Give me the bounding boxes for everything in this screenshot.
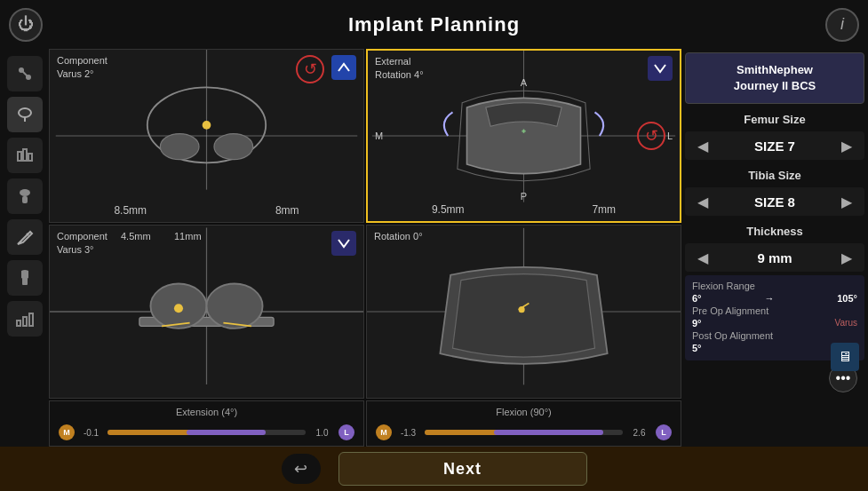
info-icon: i — [840, 15, 844, 34]
svg-rect-14 — [29, 313, 33, 326]
pre-op-values: 9° Varus — [692, 318, 857, 329]
svg-point-30 — [174, 304, 183, 313]
svg-rect-11 — [22, 278, 28, 285]
svg-point-18 — [160, 134, 199, 160]
flexion-range-arrow: → — [764, 293, 774, 304]
svg-point-3 — [19, 108, 31, 117]
pre-op-label: Pre Op Alignment — [692, 305, 768, 316]
label-M: M — [375, 131, 383, 141]
extension-left-value: -0.1 — [80, 428, 102, 438]
femur-size-header: Femur Size — [685, 107, 864, 128]
sidebar-icon-implant[interactable] — [7, 97, 43, 132]
main-grid: Component Varus 2° ↺ 8.5mm 8mm — [49, 49, 681, 447]
implant-name-button[interactable]: SmithNephew Journey II BCS — [685, 52, 864, 104]
top-right-label: External Rotation 4° — [375, 55, 424, 83]
screenshot-button[interactable]: 🖥 — [831, 343, 859, 371]
bottom-left-label: Component Varus 3° — [57, 230, 108, 257]
svg-rect-5 — [18, 152, 21, 161]
flexion-m-badge: M — [376, 424, 392, 440]
right-panel: SmithNephew Journey II BCS Femur Size ◀ … — [681, 49, 868, 447]
label-L: L — [667, 131, 673, 141]
svg-line-2 — [21, 70, 28, 77]
extension-label: Extension (4°) — [59, 407, 354, 417]
tibia-size-header: Tibia Size — [685, 163, 864, 184]
next-button[interactable]: Next — [338, 452, 587, 486]
flexion-label: Flexion (90°) — [376, 407, 672, 417]
back-button[interactable]: ↩ — [282, 454, 321, 484]
bottom-right-panel: Rotation 0° — [366, 225, 681, 399]
thickness-decrease-button[interactable]: ◀ — [692, 247, 713, 268]
bottom-left-meas-mid: 11mm — [174, 231, 202, 242]
top-left-panel: Component Varus 2° ↺ 8.5mm 8mm — [49, 49, 364, 223]
top-right-nav-icon[interactable] — [648, 56, 673, 81]
sidebar-icon-edit[interactable] — [7, 219, 43, 255]
sidebar-icon-bone[interactable] — [7, 56, 43, 91]
extension-track[interactable] — [108, 430, 306, 435]
femur-size-row: ◀ SIZE 7 ▶ — [685, 131, 864, 160]
header: ⏻ Implant Planning i — [0, 0, 868, 49]
label-A: A — [521, 77, 527, 88]
bottom-right-knee-image — [367, 226, 681, 398]
femur-size-decrease-button[interactable]: ◀ — [692, 135, 713, 156]
tibia-size-increase-button[interactable]: ▶ — [836, 191, 857, 212]
top-right-measurements: 9.5mm 7mm — [368, 203, 680, 216]
bottom-right-label: Rotation 0° — [374, 230, 423, 243]
thickness-header: Thickness — [685, 219, 864, 240]
flexion-l-badge: L — [656, 424, 672, 440]
svg-rect-7 — [28, 154, 32, 161]
svg-rect-13 — [23, 317, 27, 326]
thickness-value: 9 mm — [757, 250, 792, 265]
thickness-row: ◀ 9 mm ▶ — [685, 243, 864, 272]
extension-track-area: M -0.1 1.0 L — [59, 424, 354, 440]
post-op-label: Post Op Alignment — [692, 330, 773, 341]
power-button[interactable]: ⏻ — [9, 8, 43, 42]
femur-size-value: SIZE 7 — [754, 139, 795, 154]
info-button[interactable]: i — [825, 8, 859, 42]
flexion-slider-panel: Flexion (90°) M -1.3 2.6 L — [366, 400, 681, 447]
sidebar-icon-knee[interactable] — [7, 178, 43, 214]
post-op-row: Post Op Alignment — [692, 330, 857, 341]
flexion-track[interactable] — [425, 430, 623, 435]
flexion-orange-fill — [425, 430, 500, 435]
top-left-rotation-icon: ↺ — [296, 55, 324, 83]
svg-point-29 — [207, 283, 263, 328]
flexion-range-row: Flexion Range — [692, 281, 857, 291]
more-icon: ••• — [836, 370, 851, 386]
footer: ↩ Next — [0, 447, 868, 491]
power-icon: ⏻ — [18, 15, 34, 34]
femur-size-increase-button[interactable]: ▶ — [836, 135, 857, 156]
svg-rect-6 — [23, 149, 27, 161]
screenshot-icon: 🖥 — [838, 349, 852, 365]
extension-slider-panel: Extension (4°) M -0.1 1.0 L — [49, 400, 364, 447]
sidebar-icon-prosthesis[interactable] — [7, 260, 43, 296]
top-left-nav-icon[interactable] — [331, 55, 356, 80]
tibia-size-row: ◀ SIZE 8 ▶ — [685, 187, 864, 216]
left-sidebar — [0, 49, 49, 447]
flexion-range-max: 105° — [837, 293, 857, 304]
flexion-left-value: -1.3 — [397, 428, 419, 438]
post-op-value: 5° — [692, 343, 702, 353]
top-right-panel: External Rotation 4° A M L P ↺ — [366, 49, 681, 223]
extension-m-badge: M — [59, 424, 75, 440]
flexion-range-label: Flexion Range — [692, 281, 755, 291]
extension-orange-fill — [108, 430, 196, 435]
tibia-size-decrease-button[interactable]: ◀ — [692, 191, 713, 212]
svg-point-19 — [214, 134, 253, 160]
extension-right-value: 1.0 — [311, 428, 333, 438]
page-title: Implant Planning — [348, 13, 520, 36]
next-label: Next — [443, 460, 482, 479]
pre-op-row: Pre Op Alignment — [692, 305, 857, 316]
extension-purple-fill — [187, 430, 266, 435]
bottom-left-nav-icon[interactable] — [331, 231, 356, 256]
flexion-track-area: M -1.3 2.6 L — [376, 424, 672, 440]
svg-point-20 — [203, 121, 211, 130]
extension-l-badge: L — [338, 424, 354, 440]
top-right-rotation-icon: ↺ — [637, 122, 665, 150]
thickness-increase-button[interactable]: ▶ — [836, 247, 857, 268]
sidebar-icon-tools[interactable] — [7, 138, 43, 173]
flexion-right-value: 2.6 — [628, 428, 650, 438]
sidebar-icon-chart[interactable] — [7, 301, 43, 337]
svg-point-8 — [20, 189, 30, 196]
back-icon: ↩ — [294, 459, 307, 479]
pre-op-type: Varus — [835, 318, 857, 329]
